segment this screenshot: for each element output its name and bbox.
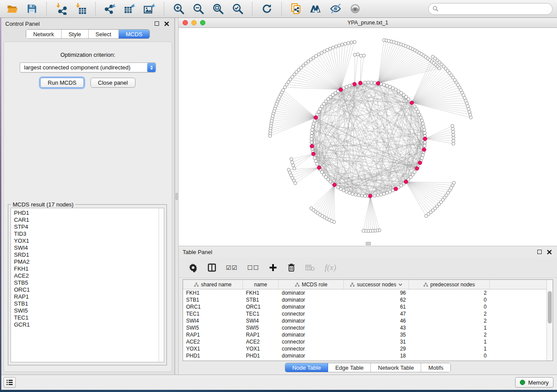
ring-node[interactable]	[407, 97, 410, 100]
ring-node[interactable]	[313, 156, 316, 159]
table-row[interactable]: YOX1YOX1connector291	[183, 345, 547, 352]
leaf-node[interactable]	[293, 167, 296, 170]
mcds-result-item[interactable]: GCR1	[14, 321, 164, 328]
ring-node[interactable]	[422, 125, 425, 128]
mcds-node[interactable]	[359, 81, 363, 85]
mcds-node[interactable]	[404, 180, 408, 184]
show-columns-icon[interactable]	[208, 261, 216, 274]
mcds-result-item[interactable]: RAP1	[14, 293, 164, 300]
mcds-result-item[interactable]: PHD1	[14, 210, 164, 217]
cell-name[interactable]: ORC1	[243, 304, 279, 310]
ring-node[interactable]	[423, 131, 426, 134]
optimization-criterion-select[interactable]: largest connected component (undirected)	[20, 62, 156, 72]
ring-node[interactable]	[345, 190, 348, 193]
ring-node[interactable]	[385, 191, 388, 194]
mcds-node[interactable]	[314, 116, 318, 120]
cell-mcds_role[interactable]: dominator	[279, 332, 344, 338]
canvas-scrollbar-thumb[interactable]	[366, 242, 371, 245]
mcds-node[interactable]	[332, 183, 336, 187]
column-header-successor_nodes[interactable]: successor nodes	[344, 280, 409, 289]
ring-node[interactable]	[388, 190, 391, 193]
ring-node[interactable]	[351, 192, 354, 195]
leaf-node[interactable]	[291, 164, 294, 167]
ring-node[interactable]	[354, 193, 357, 196]
leaf-node[interactable]	[341, 43, 344, 46]
mcds-node[interactable]	[418, 161, 422, 165]
delete-table-icon[interactable]	[305, 261, 315, 274]
table-row[interactable]: STB1STB1dominator620	[183, 296, 547, 303]
cell-shared_name[interactable]: RAP1	[183, 332, 243, 338]
import-network-icon[interactable]	[53, 1, 69, 16]
ring-node[interactable]	[373, 194, 376, 197]
leaf-node[interactable]	[451, 127, 454, 131]
mcds-result-item[interactable]: SRD1	[14, 251, 164, 258]
cell-name[interactable]: SWI4	[243, 318, 279, 324]
cell-successor_nodes[interactable]: 62	[344, 297, 409, 303]
mcds-list-scrollbar[interactable]	[159, 208, 164, 362]
tab-select[interactable]: Select	[89, 30, 119, 38]
cell-mcds_role[interactable]: dominator	[279, 353, 344, 359]
cell-mcds_role[interactable]: connector	[279, 339, 344, 345]
cell-predecessor_nodes[interactable]: 0	[409, 297, 490, 303]
export-table-icon[interactable]	[122, 1, 138, 16]
leaf-node[interactable]	[438, 67, 441, 70]
close-mcds-panel-button[interactable]: Close panel	[90, 78, 135, 88]
cell-shared_name[interactable]: ACE2	[183, 339, 243, 345]
splitter-grip[interactable]	[176, 193, 178, 200]
leaf-node[interactable]	[452, 136, 455, 139]
cell-successor_nodes[interactable]: 35	[344, 332, 409, 338]
mcds-node[interactable]	[423, 137, 427, 141]
cell-name[interactable]: FKH1	[243, 290, 279, 296]
run-mcds-button[interactable]: Run MCDS	[40, 78, 84, 88]
table-row[interactable]: RAP1RAP1dominator352	[183, 331, 547, 338]
mcds-result-item[interactable]: SWI4	[14, 244, 164, 251]
leaf-node[interactable]	[344, 42, 347, 45]
cell-predecessor_nodes[interactable]: 1	[409, 346, 490, 352]
mcds-node[interactable]	[410, 101, 414, 105]
cell-name[interactable]: RAP1	[243, 332, 279, 338]
leaf-node[interactable]	[332, 46, 335, 49]
cell-successor_nodes[interactable]: 31	[344, 339, 409, 345]
ring-node[interactable]	[423, 141, 426, 144]
table-row[interactable]: FKH1FKH1dominator962	[183, 289, 547, 296]
ring-node[interactable]	[423, 128, 426, 131]
ring-node[interactable]	[421, 122, 424, 125]
ring-node[interactable]	[345, 85, 348, 88]
cell-mcds_role[interactable]: connector	[279, 325, 344, 331]
cell-shared_name[interactable]: SWI4	[183, 318, 243, 324]
cell-mcds_role[interactable]: connector	[279, 311, 344, 317]
cell-shared_name[interactable]: ORC1	[183, 304, 243, 310]
cell-name[interactable]: SWI5	[243, 325, 279, 331]
table-row[interactable]: SWI5SWI5connector431	[183, 324, 547, 331]
cell-shared_name[interactable]: PHD1	[183, 353, 243, 359]
mcds-result-item[interactable]: STP4	[14, 224, 164, 230]
column-header-mcds_role[interactable]: MCDS role	[279, 280, 344, 289]
mcds-result-item[interactable]: TID3	[14, 230, 164, 237]
mcds-node[interactable]	[310, 144, 314, 148]
export-image-icon[interactable]	[142, 1, 157, 16]
cell-shared_name[interactable]: STB1	[183, 297, 243, 303]
task-history-button[interactable]	[3, 377, 16, 388]
table-row[interactable]: TEC1TEC1connector472	[183, 310, 547, 317]
cell-name[interactable]: TEC1	[243, 311, 279, 317]
leaf-node[interactable]	[451, 124, 454, 127]
open-file-icon[interactable]	[4, 1, 20, 16]
leaf-node[interactable]	[329, 47, 332, 50]
refresh-icon[interactable]	[259, 1, 275, 16]
leaf-node[interactable]	[282, 89, 285, 92]
leaf-node[interactable]	[452, 142, 455, 145]
ring-node[interactable]	[310, 138, 313, 141]
network-window-titlebar[interactable]: YPA_prune.txt_1	[179, 18, 557, 28]
search-field[interactable]	[428, 3, 553, 15]
ring-node[interactable]	[315, 162, 318, 165]
ring-node[interactable]	[370, 81, 373, 84]
tab-edge-table[interactable]: Edge Table	[328, 363, 371, 372]
mcds-result-item[interactable]: CAR1	[14, 217, 164, 224]
table-settings-gear-icon[interactable]	[188, 261, 198, 274]
tab-motifs[interactable]: Motifs	[421, 363, 450, 372]
clone-network-document-icon[interactable]	[288, 1, 304, 16]
ring-node[interactable]	[357, 194, 360, 197]
mcds-node[interactable]	[353, 82, 356, 86]
table-row[interactable]: SWI4SWI4dominator462	[183, 317, 547, 324]
cell-mcds_role[interactable]: connector	[279, 346, 344, 352]
